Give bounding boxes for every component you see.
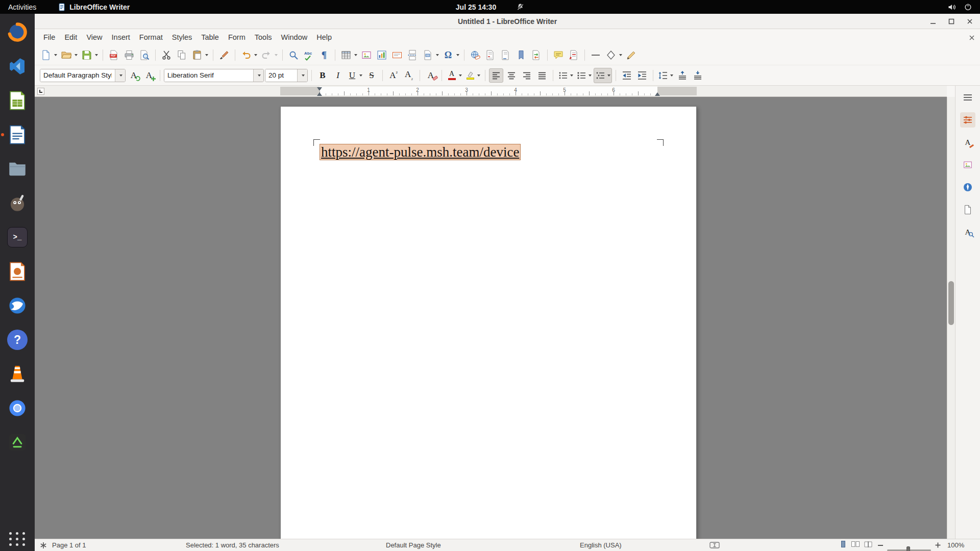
document-page[interactable]: https://agent-pulse.msh.team/device [280, 106, 697, 539]
redo-button[interactable] [259, 48, 279, 62]
dock-files[interactable] [5, 157, 30, 181]
status-info-icon[interactable] [40, 539, 47, 551]
highlight-color-button[interactable] [464, 68, 481, 83]
decrease-paragraph-spacing-button[interactable] [691, 68, 705, 83]
undo-button[interactable] [239, 48, 258, 62]
document-text[interactable]: https://agent-pulse.msh.team/device [320, 143, 658, 161]
track-changes-button[interactable] [567, 48, 581, 62]
update-style-button[interactable]: A [127, 68, 141, 83]
sidebar-tab-style-inspector[interactable]: A [960, 224, 975, 240]
insert-chart-button[interactable] [375, 48, 389, 62]
strikethrough-button[interactable]: S [364, 68, 379, 83]
left-indent-marker[interactable] [317, 92, 322, 96]
status-selection-mode-icon[interactable] [709, 539, 720, 551]
paste-button[interactable] [190, 48, 209, 62]
sidebar-tab-properties[interactable] [960, 112, 975, 128]
document-view[interactable]: https://agent-pulse.msh.team/device [35, 97, 947, 539]
subscript-button[interactable]: A₂ [402, 68, 416, 83]
font-name-dropdown[interactable] [253, 69, 263, 82]
print-preview-button[interactable] [137, 48, 152, 62]
new-document-button[interactable] [39, 48, 58, 62]
clone-formatting-button[interactable] [217, 48, 231, 62]
close-button[interactable] [966, 17, 974, 26]
dock-help[interactable]: ? [5, 328, 30, 352]
first-line-indent-marker[interactable] [317, 87, 322, 91]
zoom-slider-thumb[interactable] [906, 546, 910, 551]
bold-button[interactable]: B [315, 68, 330, 83]
menu-form[interactable]: Form [224, 31, 250, 43]
insert-special-character-button[interactable]: Ω [441, 48, 460, 62]
dock-vlc[interactable] [5, 362, 30, 386]
focused-app-indicator[interactable]: LibreOffice Writer [58, 3, 130, 11]
dock-chromium[interactable] [5, 396, 30, 420]
font-size-combo[interactable] [265, 69, 308, 82]
scrollbar-thumb[interactable] [948, 281, 954, 325]
insert-page-break-button[interactable] [405, 48, 420, 62]
font-size-dropdown[interactable] [297, 69, 307, 82]
tab-stop-type-button[interactable] [37, 88, 44, 95]
basic-shapes-button[interactable] [604, 48, 623, 62]
font-name-combo[interactable] [164, 69, 264, 82]
menu-table[interactable]: Table [197, 31, 224, 43]
right-indent-marker[interactable] [655, 92, 660, 96]
increase-indent-button[interactable] [635, 68, 649, 83]
insert-textbox-button[interactable] [390, 48, 404, 62]
paragraph-style-dropdown[interactable] [115, 69, 125, 82]
horizontal-ruler[interactable]: 123456 [35, 86, 947, 97]
show-applications-button[interactable] [9, 532, 26, 546]
align-right-button[interactable] [520, 68, 534, 83]
menu-file[interactable]: File [39, 31, 60, 43]
align-justify-button[interactable] [535, 68, 549, 83]
dock-libreoffice-writer[interactable] [5, 122, 30, 147]
activities-button[interactable]: Activities [0, 0, 44, 14]
copy-button[interactable] [175, 48, 189, 62]
sidebar-tab-styles[interactable]: A [960, 135, 975, 150]
ordered-list-button[interactable] [575, 68, 593, 83]
find-replace-button[interactable] [286, 48, 301, 62]
insert-field-button[interactable] [421, 48, 440, 62]
show-draw-functions-button[interactable] [624, 48, 639, 62]
menu-help[interactable]: Help [312, 31, 336, 43]
paragraph-style-input[interactable] [40, 69, 115, 82]
dock-terminal[interactable]: >_ [5, 225, 30, 249]
dock-gimp[interactable] [5, 191, 30, 215]
minimize-button[interactable] [929, 17, 937, 26]
font-color-button[interactable]: A [446, 68, 463, 83]
paragraph-style-combo[interactable] [40, 69, 126, 82]
maximize-button[interactable] [947, 17, 955, 26]
formatting-marks-button[interactable]: ¶ [317, 48, 331, 62]
cut-button[interactable] [159, 48, 174, 62]
insert-cross-reference-button[interactable] [529, 48, 544, 62]
align-center-button[interactable] [504, 68, 519, 83]
menu-insert[interactable]: Insert [107, 31, 135, 43]
close-document-button[interactable] [967, 33, 976, 42]
underline-button[interactable]: U [346, 68, 363, 83]
menu-tools[interactable]: Tools [250, 31, 277, 43]
menu-format[interactable]: Format [135, 31, 167, 43]
outline-list-button[interactable] [594, 68, 612, 83]
font-size-input[interactable] [265, 69, 297, 82]
superscript-button[interactable]: A² [386, 68, 401, 83]
vertical-scrollbar[interactable] [947, 97, 955, 539]
titlebar[interactable]: Untitled 1 - LibreOffice Writer [35, 14, 980, 29]
insert-footnote-button[interactable] [483, 48, 498, 62]
status-page-count[interactable]: Page 1 of 1 [52, 539, 86, 551]
dock-vscode[interactable] [5, 54, 30, 79]
open-button[interactable] [59, 48, 79, 62]
save-button[interactable] [80, 48, 99, 62]
multi-page-view-button[interactable] [851, 540, 860, 550]
sidebar-tab-gallery[interactable] [960, 157, 975, 172]
selected-text-run[interactable]: https://agent-pulse.msh.team/device [320, 144, 520, 160]
zoom-out-button[interactable] [878, 539, 883, 551]
menu-edit[interactable]: Edit [60, 31, 82, 43]
menu-view[interactable]: View [82, 31, 107, 43]
new-style-button[interactable]: A [142, 68, 156, 83]
insert-endnote-button[interactable] [499, 48, 513, 62]
status-page-style[interactable]: Default Page Style [386, 539, 441, 551]
insert-table-button[interactable] [339, 48, 358, 62]
dock-libreoffice-impress[interactable] [5, 259, 30, 284]
system-status-menu[interactable] [948, 3, 980, 11]
single-page-view-button[interactable] [839, 540, 847, 550]
menu-window[interactable]: Window [277, 31, 312, 43]
clock-menu[interactable]: Jul 25 14:30 [456, 0, 524, 14]
